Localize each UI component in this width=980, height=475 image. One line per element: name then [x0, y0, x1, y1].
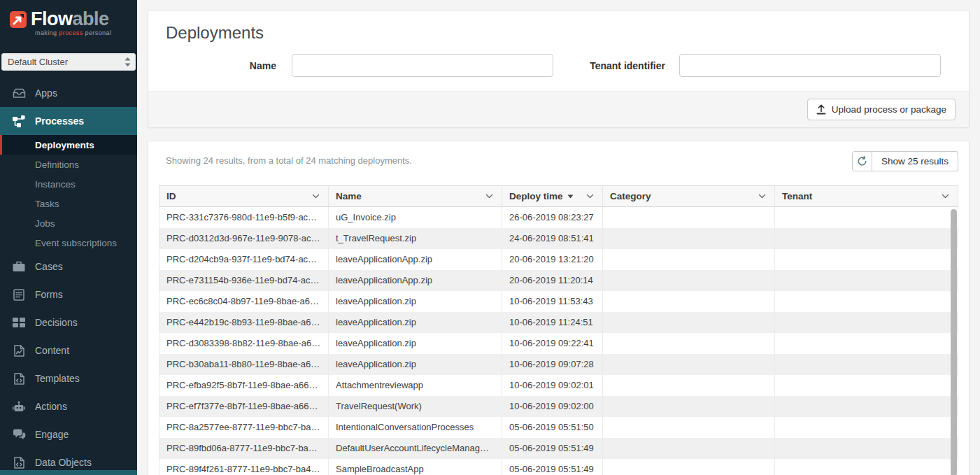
cell-name: TravelRequest(Work) [329, 396, 502, 417]
cell-tenant [775, 228, 958, 249]
cell-id: PRC-d204cb9a-937f-11e9-bd74-acde… [159, 249, 329, 270]
sidebar-item-forms[interactable]: Forms [0, 281, 137, 309]
cell-deploy-time: 20-06-2019 13:21:20 [502, 249, 603, 270]
subitem-label: Definitions [35, 159, 79, 170]
cell-category [603, 249, 775, 270]
chevron-down-icon[interactable] [312, 194, 320, 199]
chevron-down-icon[interactable] [942, 194, 949, 199]
cell-id: PRC-efba92f5-8b7f-11e9-8bae-a6690… [159, 375, 329, 396]
cell-name: leaveApplicationApp.zip [329, 270, 502, 291]
sidebar-item-processes[interactable]: Processes [0, 107, 137, 135]
cell-deploy-time: 10-06-2019 11:53:43 [502, 291, 603, 312]
column-label: Category [610, 191, 651, 201]
cell-id: PRC-331c7376-980d-11e9-b5f9-acde4… [159, 207, 329, 228]
cell-name: leaveApplicationApp.zip [329, 249, 502, 270]
tenant-filter-label: Tenant identifier [590, 60, 665, 71]
sidebar-item-label: Content [35, 345, 69, 356]
column-header-name[interactable]: Name [329, 186, 502, 207]
cluster-select-value: Default Cluster [8, 57, 68, 67]
column-header-category[interactable]: Category [603, 186, 775, 207]
cluster-select[interactable]: Default Cluster [1, 53, 136, 71]
sidebar-item-decisions[interactable]: Decisions [0, 309, 137, 336]
subitem-label: Deployments [35, 140, 94, 150]
table-row[interactable]: PRC-ec6c8c04-8b97-11e9-8bae-a669… leaveA… [159, 291, 958, 312]
cell-category [603, 312, 775, 333]
subitem-label: Event subscriptions [35, 238, 117, 248]
filters-card: Deployments Name Tenant identifier Uploa… [148, 10, 970, 128]
column-header-deploy-time[interactable]: Deploy time [502, 186, 603, 207]
results-summary: Showing 24 results, from a total of 24 m… [166, 151, 412, 166]
column-header-tenant[interactable]: Tenant [775, 186, 958, 207]
table-row[interactable]: PRC-d3083398-8b82-11e9-8bae-a66… leaveAp… [159, 333, 958, 354]
column-label: Deploy time [509, 191, 563, 201]
cell-name: DefaultUserAccountLifecycleManag… [329, 438, 502, 459]
sidebar-subitem-instances[interactable]: Instances [0, 174, 137, 194]
sidebar-item-content[interactable]: Content [0, 336, 137, 364]
sidebar-item-label: Data Objects [35, 457, 92, 468]
table-row[interactable]: PRC-d204cb9a-937f-11e9-bd74-acde… leaveA… [159, 249, 958, 270]
cell-category [603, 354, 775, 375]
chevron-down-icon[interactable] [586, 194, 594, 199]
table-row[interactable]: PRC-89fbd06a-8777-11e9-bbc7-ba4f… Defaul… [159, 438, 958, 459]
cell-id: PRC-ef7f377e-8b7f-11e9-8bae-a6690… [159, 396, 329, 417]
robot-icon [12, 401, 26, 413]
table-row[interactable]: PRC-ef7f377e-8b7f-11e9-8bae-a6690… Trave… [159, 396, 958, 417]
table-row[interactable]: PRC-efba92f5-8b7f-11e9-8bae-a6690… Attac… [159, 375, 958, 396]
cell-category [603, 459, 775, 475]
table-row[interactable]: PRC-8a2577ee-8777-11e9-bbc7-ba4fd… Inten… [159, 417, 958, 438]
document-code-icon [12, 457, 26, 469]
sidebar-item-cases[interactable]: Cases [0, 253, 137, 281]
table-row[interactable]: PRC-331c7376-980d-11e9-b5f9-acde4… uG_In… [159, 207, 958, 228]
tenant-filter-input[interactable] [679, 54, 941, 77]
sidebar-item-actions[interactable]: Actions [0, 392, 137, 420]
table-row[interactable]: PRC-b30aba11-8b80-11e9-8bae-a66… leaveAp… [159, 354, 958, 375]
cell-name: Attachmentreviewapp [329, 375, 502, 396]
cell-deploy-time: 24-06-2019 08:51:41 [502, 228, 603, 249]
subitem-label: Tasks [35, 199, 59, 209]
cell-deploy-time: 20-06-2019 11:20:14 [502, 270, 603, 291]
chevron-down-icon[interactable] [758, 194, 766, 199]
show-results-button[interactable]: Show 25 results [872, 151, 958, 171]
chat-bubbles-icon [12, 429, 26, 440]
sidebar-item-engage[interactable]: Engage [0, 420, 137, 448]
sidebar-subitem-tasks[interactable]: Tasks [0, 194, 137, 213]
sidebar-item-apps[interactable]: Apps [0, 79, 137, 107]
upload-process-button[interactable]: Upload process or package [807, 99, 956, 120]
name-filter-input[interactable] [292, 54, 553, 77]
form-icon [12, 289, 26, 301]
sidebar-subitem-event-subscriptions[interactable]: Event subscriptions [0, 233, 137, 253]
cell-category [603, 270, 775, 291]
cell-id: PRC-8a2577ee-8777-11e9-bbc7-ba4fd… [159, 417, 329, 438]
table-row[interactable]: PRC-e442b19c-8b93-11e9-8bae-a669… leaveA… [159, 312, 958, 333]
sidebar-subitem-deployments[interactable]: Deployments [0, 135, 137, 155]
refresh-button[interactable] [852, 151, 872, 171]
table-row[interactable]: PRC-89f4f261-8777-11e9-bbc7-ba4fd… Sampl… [159, 459, 958, 475]
cell-tenant [775, 207, 958, 228]
cell-tenant [775, 270, 958, 291]
cell-tenant [775, 438, 958, 459]
sidebar-item-templates[interactable]: Templates [0, 364, 137, 392]
table-scrollbar-thumb[interactable] [951, 209, 957, 475]
cell-id: PRC-89f4f261-8777-11e9-bbc7-ba4fd… [159, 459, 329, 475]
upload-icon [816, 104, 826, 115]
sidebar-item-label: Decisions [35, 317, 78, 328]
cell-id: PRC-d0312d3d-967e-11e9-9078-acde… [159, 228, 329, 249]
results-card: Showing 24 results, from a total of 24 m… [148, 141, 970, 475]
cell-deploy-time: 10-06-2019 11:24:51 [502, 312, 603, 333]
column-header-id[interactable]: ID [159, 186, 329, 207]
column-label: Tenant [782, 191, 812, 201]
sidebar-subitem-definitions[interactable]: Definitions [0, 155, 137, 174]
cell-deploy-time: 05-06-2019 05:51:49 [502, 459, 603, 475]
cell-tenant [775, 417, 958, 438]
table-row[interactable]: PRC-d0312d3d-967e-11e9-9078-acde… t_Trav… [159, 228, 958, 249]
cell-name: t_TravelRequest.zip [329, 228, 502, 249]
table-row[interactable]: PRC-e731154b-936e-11e9-bd74-acde… leaveA… [159, 270, 958, 291]
cell-name: leaveApplication.zip [329, 333, 502, 354]
cell-deploy-time: 10-06-2019 09:02:01 [502, 375, 603, 396]
cell-name: leaveApplication.zip [329, 354, 502, 375]
sidebar-subitem-jobs[interactable]: Jobs [0, 213, 137, 233]
cell-category [603, 417, 775, 438]
chevron-down-icon[interactable] [485, 194, 493, 199]
cell-category [603, 207, 775, 228]
cell-name: uG_Invoice.zip [329, 207, 502, 228]
